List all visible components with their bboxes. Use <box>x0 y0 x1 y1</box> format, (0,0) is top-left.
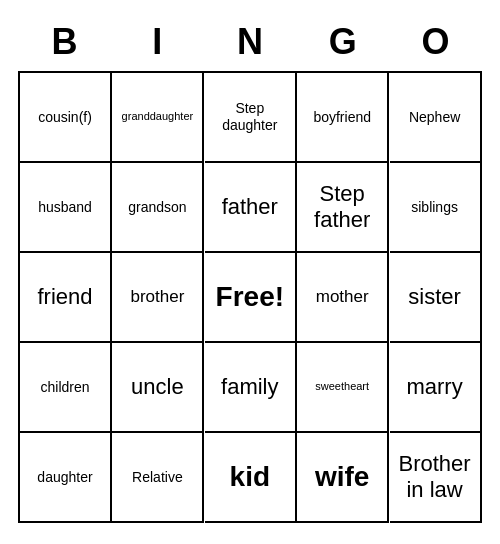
bingo-cell: mother <box>297 253 389 343</box>
bingo-header: BINGO <box>18 21 482 63</box>
bingo-cell: sister <box>390 253 482 343</box>
bingo-card: BINGO cousin(f)granddaughterStep daughte… <box>10 13 490 531</box>
bingo-cell: grandson <box>112 163 204 253</box>
bingo-cell: wife <box>297 433 389 523</box>
bingo-cell: daughter <box>20 433 112 523</box>
bingo-cell: uncle <box>112 343 204 433</box>
bingo-cell: brother <box>112 253 204 343</box>
bingo-cell: children <box>20 343 112 433</box>
bingo-cell: friend <box>20 253 112 343</box>
bingo-cell: siblings <box>390 163 482 253</box>
bingo-cell: father <box>205 163 297 253</box>
bingo-cell: granddaughter <box>112 73 204 163</box>
bingo-grid: cousin(f)granddaughterStep daughterboyfr… <box>18 71 482 523</box>
bingo-cell: cousin(f) <box>20 73 112 163</box>
bingo-cell: marry <box>390 343 482 433</box>
bingo-cell: Nephew <box>390 73 482 163</box>
bingo-cell: Relative <box>112 433 204 523</box>
bingo-letter-I: I <box>113 21 201 63</box>
bingo-letter-B: B <box>20 21 108 63</box>
bingo-cell: Step father <box>297 163 389 253</box>
bingo-cell: family <box>205 343 297 433</box>
bingo-cell: husband <box>20 163 112 253</box>
bingo-letter-G: G <box>299 21 387 63</box>
bingo-cell: kid <box>205 433 297 523</box>
bingo-cell: Brother in law <box>390 433 482 523</box>
bingo-letter-N: N <box>206 21 294 63</box>
bingo-cell: sweetheart <box>297 343 389 433</box>
bingo-cell: boyfriend <box>297 73 389 163</box>
bingo-cell: Step daughter <box>205 73 297 163</box>
bingo-letter-O: O <box>392 21 480 63</box>
bingo-cell: Free! <box>205 253 297 343</box>
